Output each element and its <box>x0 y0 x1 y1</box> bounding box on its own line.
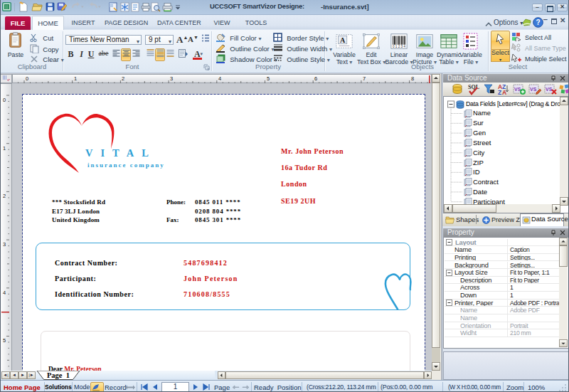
svg-text:5: 5 <box>267 75 270 82</box>
svg-text:0: 0 <box>26 75 28 82</box>
svg-text:Z: Z <box>498 89 501 95</box>
svg-text:2: 2 <box>122 75 124 82</box>
svg-text:A: A <box>340 36 346 44</box>
svg-text:4: 4 <box>3 290 6 296</box>
svg-text:6: 6 <box>314 75 317 82</box>
svg-text:0 1 2 3 4: 0 1 2 3 4 <box>393 45 405 48</box>
svg-text:8: 8 <box>411 75 414 82</box>
svg-text:2: 2 <box>3 193 6 199</box>
svg-text:VS: VS <box>530 87 537 92</box>
svg-text:0: 0 <box>3 97 6 103</box>
svg-text:SQL: SQL <box>468 84 479 90</box>
svg-text:5: 5 <box>3 337 6 344</box>
svg-text:VS: VS <box>546 87 553 92</box>
svg-text:7: 7 <box>363 75 366 82</box>
svg-text:4: 4 <box>218 75 221 82</box>
svg-text:1: 1 <box>74 75 77 82</box>
svg-text:3: 3 <box>3 241 6 248</box>
svg-text:Page 1: Page 1 <box>47 371 70 379</box>
svg-text:?: ? <box>536 18 540 26</box>
svg-text:1: 1 <box>3 145 6 152</box>
svg-text:3: 3 <box>170 75 173 82</box>
